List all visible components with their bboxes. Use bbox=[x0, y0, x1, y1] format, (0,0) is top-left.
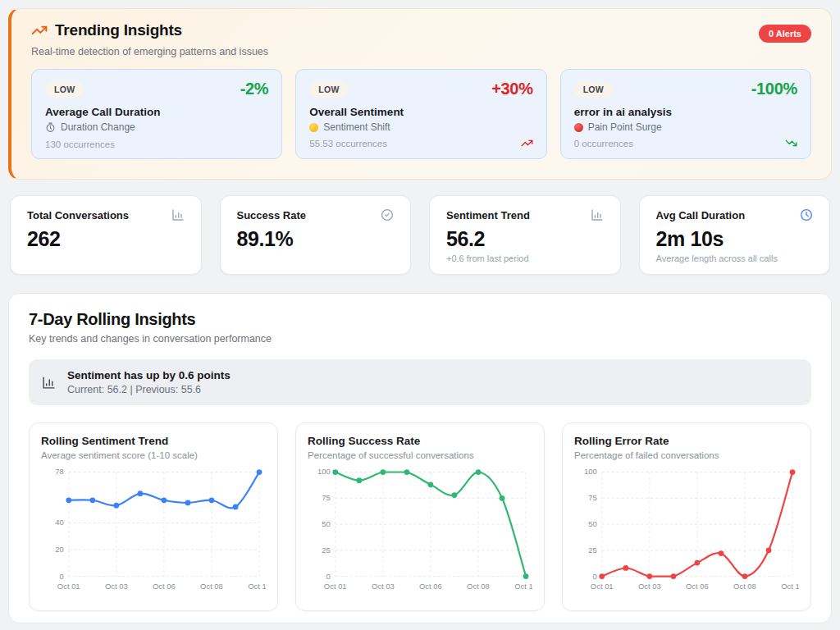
svg-text:Oct 10: Oct 10 bbox=[248, 582, 266, 591]
trending-up-icon bbox=[31, 22, 48, 39]
svg-text:Oct 03: Oct 03 bbox=[372, 582, 395, 591]
stat-card: Sentiment Trend 56.2 +0.6 from last peri… bbox=[429, 195, 621, 275]
highlight-title: Sentiment has up by 0.6 points bbox=[67, 369, 231, 381]
svg-text:Oct 01: Oct 01 bbox=[57, 582, 80, 591]
trending-header: Trending Insights 0 Alerts bbox=[31, 21, 811, 43]
svg-text:0: 0 bbox=[326, 572, 331, 581]
chart-title: Rolling Success Rate bbox=[308, 435, 532, 447]
trend-category: Pain Point Surge bbox=[588, 121, 662, 133]
section-subtitle: Key trends and changes in conversation p… bbox=[29, 333, 811, 345]
occurrences-label: 0 occurrences bbox=[574, 139, 633, 148]
section-title: Trending Insights bbox=[55, 21, 182, 39]
occurrences-label: 130 occurrences bbox=[45, 139, 115, 149]
sentiment-line-chart: 7840200Oct 01Oct 03Oct 06Oct 08Oct 10 bbox=[41, 465, 266, 596]
svg-text:Oct 10: Oct 10 bbox=[781, 582, 799, 591]
trend-category: Sentiment Shift bbox=[323, 121, 390, 133]
line-chart-svg: 7840200Oct 01Oct 03Oct 06Oct 08Oct 10 bbox=[41, 465, 266, 596]
chart-subtitle: Percentage of successful conversations bbox=[308, 450, 532, 460]
svg-text:100: 100 bbox=[584, 468, 597, 477]
stat-card: Success Rate 89.1% bbox=[220, 195, 412, 275]
svg-text:100: 100 bbox=[317, 468, 331, 477]
svg-text:Oct 06: Oct 06 bbox=[153, 582, 176, 591]
change-percent: +30% bbox=[491, 80, 533, 98]
svg-text:Oct 08: Oct 08 bbox=[200, 582, 223, 591]
timer-icon bbox=[45, 122, 56, 133]
line-chart-svg: 1007550250Oct 01Oct 03Oct 06Oct 08Oct 10 bbox=[308, 465, 532, 596]
svg-text:20: 20 bbox=[55, 545, 63, 554]
trend-card[interactable]: LOW -100% error in ai analysis Pain Poin… bbox=[560, 69, 811, 159]
trend-card-title: Overall Sentiment bbox=[309, 106, 532, 118]
line-chart-svg: 1007550250Oct 01Oct 03Oct 06Oct 08Oct 10 bbox=[574, 465, 799, 596]
highlight-detail: Current: 56.2 | Previous: 55.6 bbox=[67, 384, 231, 395]
alerts-badge[interactable]: 0 Alerts bbox=[759, 25, 811, 43]
svg-text:Oct 10: Oct 10 bbox=[514, 582, 532, 591]
trend-cards-row: LOW -2% Average Call Duration Duration C… bbox=[31, 69, 811, 159]
svg-text:50: 50 bbox=[322, 519, 330, 528]
trend-card-title: Average Call Duration bbox=[45, 106, 268, 118]
section-subtitle: Real-time detection of emerging patterns… bbox=[31, 46, 811, 57]
chart-subtitle: Average sentiment score (1-10 scale) bbox=[41, 450, 266, 460]
stats-row: Total Conversations 262 Success Rate 89.… bbox=[10, 195, 830, 275]
occurrences-label: 55.53 occurrences bbox=[309, 139, 387, 148]
chart-subtitle: Percentage of failed conversations bbox=[574, 450, 799, 460]
stat-label: Success Rate bbox=[237, 209, 307, 221]
change-percent: -2% bbox=[240, 80, 269, 98]
svg-text:75: 75 bbox=[322, 493, 330, 502]
svg-text:25: 25 bbox=[322, 546, 330, 555]
svg-text:25: 25 bbox=[588, 546, 596, 555]
bar-chart-icon bbox=[591, 208, 604, 221]
rolling-insights-section: 7-Day Rolling Insights Key trends and ch… bbox=[8, 293, 832, 623]
svg-text:0: 0 bbox=[593, 572, 597, 581]
svg-text:40: 40 bbox=[55, 518, 63, 527]
svg-text:Oct 08: Oct 08 bbox=[733, 582, 756, 591]
stat-value: 2m 10s bbox=[656, 227, 814, 251]
severity-badge: LOW bbox=[45, 81, 84, 98]
stat-value: 56.2 bbox=[446, 227, 604, 251]
chart-card-success: Rolling Success Rate Percentage of succe… bbox=[295, 422, 545, 611]
chart-title: Rolling Sentiment Trend bbox=[41, 435, 266, 447]
bar-chart-icon bbox=[42, 376, 56, 390]
change-percent: -100% bbox=[751, 80, 797, 98]
svg-text:75: 75 bbox=[588, 493, 596, 502]
chart-title: Rolling Error Rate bbox=[574, 435, 799, 447]
svg-text:78: 78 bbox=[55, 468, 63, 477]
trending-down-icon bbox=[785, 137, 797, 149]
stat-value: 89.1% bbox=[237, 227, 395, 251]
stat-label: Avg Call Duration bbox=[656, 209, 746, 221]
svg-text:Oct 03: Oct 03 bbox=[638, 582, 661, 591]
svg-text:Oct 01: Oct 01 bbox=[324, 582, 347, 591]
success-line-chart: 1007550250Oct 01Oct 03Oct 06Oct 08Oct 10 bbox=[308, 465, 532, 596]
stat-label: Sentiment Trend bbox=[446, 209, 530, 221]
svg-text:Oct 01: Oct 01 bbox=[591, 582, 614, 591]
chart-card-error: Rolling Error Rate Percentage of failed … bbox=[562, 422, 811, 611]
svg-text:Oct 06: Oct 06 bbox=[419, 582, 442, 591]
clock-icon bbox=[800, 208, 813, 221]
charts-row: Rolling Sentiment Trend Average sentimen… bbox=[29, 422, 811, 611]
chart-card-sentiment: Rolling Sentiment Trend Average sentimen… bbox=[29, 422, 278, 611]
bar-chart-icon bbox=[171, 208, 185, 221]
insight-highlight-bar: Sentiment has up by 0.6 points Current: … bbox=[29, 359, 811, 405]
trending-up-icon bbox=[521, 137, 533, 149]
red-circle-icon bbox=[574, 123, 583, 132]
neutral-face-emoji-icon bbox=[309, 123, 318, 132]
trending-insights-section: Trending Insights 0 Alerts Real-time det… bbox=[8, 8, 832, 180]
svg-text:Oct 06: Oct 06 bbox=[686, 582, 709, 591]
severity-badge: LOW bbox=[574, 81, 613, 98]
check-circle-icon bbox=[381, 208, 394, 221]
error-line-chart: 1007550250Oct 01Oct 03Oct 06Oct 08Oct 10 bbox=[574, 465, 799, 596]
trend-card-title: error in ai analysis bbox=[574, 106, 797, 118]
stat-subtext: +0.6 from last period bbox=[446, 253, 604, 263]
severity-badge: LOW bbox=[309, 81, 348, 98]
trend-card[interactable]: LOW +30% Overall Sentiment Sentiment Shi… bbox=[295, 69, 546, 159]
stat-label: Total Conversations bbox=[27, 209, 129, 221]
svg-text:Oct 03: Oct 03 bbox=[105, 582, 128, 591]
svg-text:50: 50 bbox=[588, 519, 596, 528]
stat-value: 262 bbox=[27, 227, 185, 251]
stat-subtext: Average length across all calls bbox=[656, 253, 814, 263]
trend-category: Duration Change bbox=[61, 121, 135, 133]
section-title: 7-Day Rolling Insights bbox=[29, 310, 811, 329]
stat-card: Avg Call Duration 2m 10s Average length … bbox=[639, 195, 831, 275]
svg-text:0: 0 bbox=[60, 572, 64, 581]
stat-card: Total Conversations 262 bbox=[10, 195, 202, 275]
trend-card[interactable]: LOW -2% Average Call Duration Duration C… bbox=[31, 69, 282, 159]
